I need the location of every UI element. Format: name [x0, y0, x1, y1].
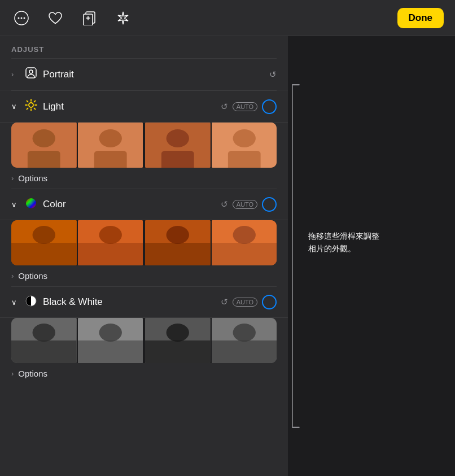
- svg-point-8: [29, 103, 33, 107]
- color-photo-strip: [11, 220, 277, 265]
- light-options-row[interactable]: › Options: [0, 168, 288, 189]
- light-label: Light: [43, 101, 221, 112]
- svg-line-13: [27, 101, 28, 102]
- light-auto-badge[interactable]: AUTO: [233, 102, 257, 111]
- svg-point-56: [233, 324, 255, 342]
- svg-point-1: [18, 17, 20, 19]
- color-options-chevron: ›: [11, 272, 14, 280]
- enhance-icon[interactable]: [113, 8, 133, 28]
- color-frame-3: [145, 220, 211, 265]
- bw-options-label: Options: [18, 369, 47, 378]
- svg-point-3: [24, 17, 25, 19]
- bw-auto-badge[interactable]: AUTO: [233, 298, 257, 307]
- portrait-row[interactable]: › Portrait ↺: [0, 59, 288, 90]
- svg-rect-41: [212, 243, 277, 265]
- light-frame-2: [78, 123, 143, 168]
- light-frame-4: [212, 123, 277, 168]
- bw-row[interactable]: ∨ Black & White ↺ AUTO: [0, 287, 288, 318]
- annotation-line2: 相片的外觀。: [308, 242, 379, 255]
- bw-chevron: ∨: [11, 298, 19, 307]
- light-options-chevron: ›: [11, 174, 14, 182]
- bw-icon: [25, 295, 37, 309]
- portrait-label: Portrait: [43, 69, 269, 80]
- svg-rect-22: [94, 151, 126, 168]
- annotation-line1: 拖移這些滑桿來調整: [308, 230, 379, 242]
- light-filmstrip[interactable]: [11, 123, 277, 168]
- bw-frame-2: [78, 318, 143, 363]
- svg-rect-49: [78, 340, 143, 363]
- light-reset-icon[interactable]: ↺: [221, 102, 228, 112]
- color-auto-badge[interactable]: AUTO: [233, 200, 257, 209]
- color-filmstrip[interactable]: [11, 220, 277, 265]
- sidebar: ADJUST › Portrait ↺ ∨: [0, 36, 288, 476]
- bw-filmstrip[interactable]: [11, 318, 277, 363]
- light-icon: [25, 99, 37, 114]
- portrait-icon: [25, 67, 37, 82]
- color-options-row[interactable]: › Options: [0, 265, 288, 286]
- toolbar: Done: [0, 0, 455, 36]
- svg-line-16: [27, 108, 28, 109]
- svg-point-21: [99, 129, 121, 147]
- main-content: ADJUST › Portrait ↺ ∨: [0, 36, 455, 476]
- annotation-container: 拖移這些滑桿來調整 相片的外觀。: [308, 230, 379, 255]
- color-options-label: Options: [18, 271, 47, 281]
- svg-point-39: [167, 226, 189, 244]
- bw-reset-icon[interactable]: ↺: [221, 297, 228, 307]
- svg-point-33: [33, 226, 55, 244]
- svg-point-36: [99, 226, 121, 244]
- svg-point-53: [167, 324, 189, 342]
- svg-rect-52: [145, 340, 211, 363]
- heart-icon[interactable]: [45, 8, 65, 28]
- svg-point-27: [233, 129, 255, 147]
- adjust-title: ADJUST: [0, 36, 288, 58]
- svg-rect-35: [78, 243, 143, 265]
- color-row[interactable]: ∨: [0, 189, 288, 220]
- light-options-label: Options: [18, 173, 47, 183]
- bw-toggle[interactable]: [262, 295, 277, 309]
- svg-rect-38: [145, 243, 211, 265]
- more-icon[interactable]: [11, 8, 32, 28]
- color-frame-2: [78, 220, 143, 265]
- portrait-reset-icon[interactable]: ↺: [269, 69, 277, 80]
- bw-label: Black & White: [43, 296, 221, 308]
- color-frame-4: [212, 220, 277, 265]
- bw-options-row[interactable]: › Options: [0, 363, 288, 384]
- svg-rect-55: [212, 340, 277, 363]
- svg-point-47: [33, 324, 55, 342]
- svg-point-42: [233, 226, 255, 244]
- light-controls: ↺ AUTO: [221, 99, 277, 114]
- light-toggle[interactable]: [262, 99, 277, 114]
- bw-photo-strip: [11, 318, 277, 363]
- light-frame-3: [145, 123, 211, 168]
- annotation-area: 拖移這些滑桿來調整 相片的外觀。: [288, 36, 455, 476]
- color-chevron: ∨: [11, 200, 19, 209]
- svg-line-14: [34, 108, 35, 109]
- light-chevron: ∨: [11, 102, 19, 111]
- light-photo-strip: [11, 123, 277, 168]
- svg-rect-19: [28, 151, 60, 168]
- svg-rect-28: [228, 151, 260, 168]
- duplicate-icon[interactable]: [79, 8, 99, 28]
- light-row[interactable]: ∨ Light ↺ AUTO: [0, 91, 288, 123]
- portrait-chevron: ›: [11, 70, 19, 78]
- bw-frame-4: [212, 318, 277, 363]
- done-button[interactable]: Done: [397, 8, 444, 28]
- bw-options-chevron: ›: [11, 369, 14, 378]
- svg-point-18: [33, 129, 55, 147]
- svg-rect-32: [11, 243, 77, 265]
- bw-frame-1: [11, 318, 77, 363]
- svg-line-15: [34, 101, 35, 102]
- light-frame-1: [11, 123, 77, 168]
- color-label: Color: [43, 199, 221, 210]
- svg-point-2: [21, 17, 23, 19]
- toolbar-left: [11, 8, 133, 28]
- bw-frame-3: [145, 318, 211, 363]
- svg-point-30: [26, 198, 36, 208]
- svg-rect-25: [161, 151, 194, 168]
- color-toggle[interactable]: [262, 197, 277, 212]
- bracket-svg: [288, 81, 301, 431]
- color-reset-icon[interactable]: ↺: [221, 199, 228, 209]
- color-frame-1: [11, 220, 77, 265]
- portrait-controls: ↺: [269, 69, 277, 80]
- color-icon: [25, 198, 37, 212]
